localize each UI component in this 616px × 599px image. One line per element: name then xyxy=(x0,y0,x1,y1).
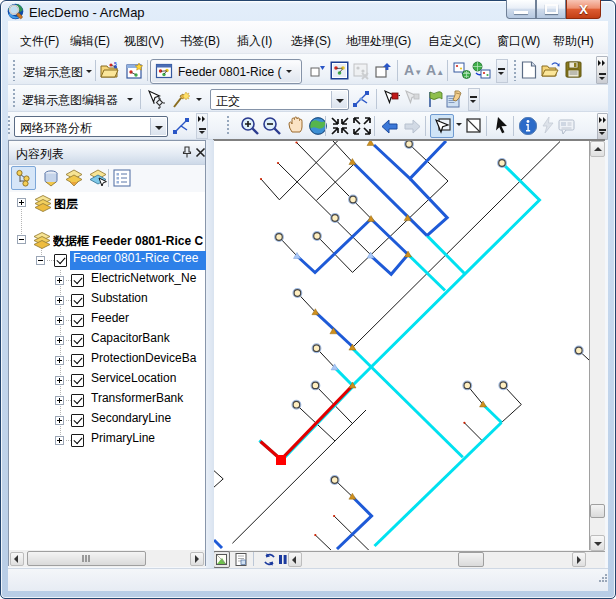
svg-text:5: 5 xyxy=(114,61,117,67)
